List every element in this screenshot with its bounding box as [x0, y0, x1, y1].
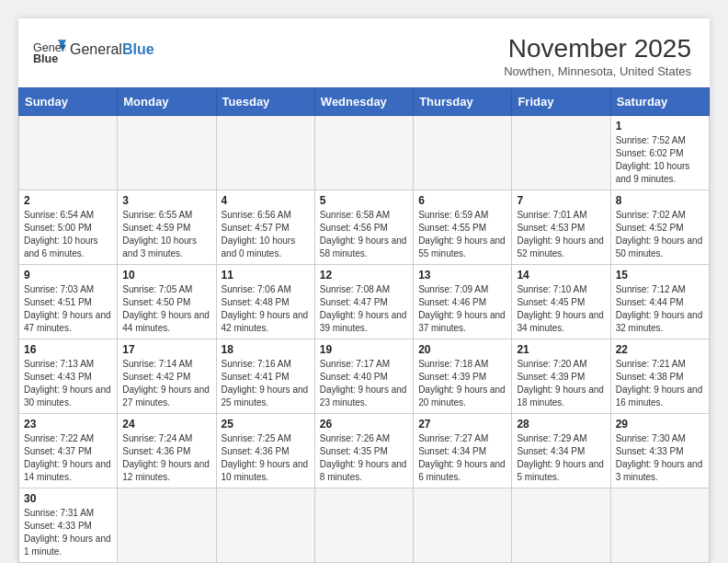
calendar-cell: 30Sunrise: 7:31 AM Sunset: 4:33 PM Dayli… [19, 488, 118, 562]
day-info: Sunrise: 7:01 AM Sunset: 4:53 PM Dayligh… [517, 209, 605, 260]
day-number: 22 [616, 343, 704, 356]
day-number: 27 [418, 418, 506, 431]
calendar-cell [414, 488, 512, 562]
day-info: Sunrise: 7:20 AM Sunset: 4:39 PM Dayligh… [517, 358, 605, 409]
calendar-cell: 23Sunrise: 7:22 AM Sunset: 4:37 PM Dayli… [19, 413, 118, 488]
day-number: 13 [418, 269, 506, 282]
calendar-week-1: 2Sunrise: 6:54 AM Sunset: 5:00 PM Daylig… [19, 190, 710, 264]
day-number: 6 [418, 194, 506, 207]
calendar-cell: 19Sunrise: 7:17 AM Sunset: 4:40 PM Dayli… [314, 339, 413, 413]
calendar-cell: 1Sunrise: 7:52 AM Sunset: 6:02 PM Daylig… [610, 115, 709, 190]
logo-text-block: GeneralBlue [70, 41, 154, 58]
day-info: Sunrise: 7:16 AM Sunset: 4:41 PM Dayligh… [222, 358, 310, 409]
day-info: Sunrise: 7:27 AM Sunset: 4:34 PM Dayligh… [418, 432, 506, 484]
day-number: 20 [418, 343, 506, 356]
day-info: Sunrise: 7:05 AM Sunset: 4:50 PM Dayligh… [122, 283, 210, 335]
calendar-cell: 26Sunrise: 7:26 AM Sunset: 4:35 PM Dayli… [314, 413, 413, 488]
title-block: November 2025 Nowthen, Minnesota, United… [504, 33, 691, 78]
day-number: 8 [616, 194, 704, 207]
day-number: 30 [24, 492, 112, 505]
day-info: Sunrise: 6:56 AM Sunset: 4:57 PM Dayligh… [222, 209, 310, 260]
calendar-week-0: 1Sunrise: 7:52 AM Sunset: 6:02 PM Daylig… [19, 115, 710, 190]
calendar-cell: 20Sunrise: 7:18 AM Sunset: 4:39 PM Dayli… [414, 339, 512, 413]
day-number: 28 [517, 418, 605, 431]
day-info: Sunrise: 7:29 AM Sunset: 4:34 PM Dayligh… [517, 432, 605, 484]
day-info: Sunrise: 7:06 AM Sunset: 4:48 PM Dayligh… [222, 283, 310, 335]
logo-normal: General [70, 41, 122, 57]
day-info: Sunrise: 7:08 AM Sunset: 4:47 PM Dayligh… [320, 283, 408, 335]
day-number: 18 [222, 343, 310, 356]
col-sunday: Sunday [19, 87, 118, 115]
day-number: 4 [222, 194, 310, 207]
calendar-cell [118, 115, 216, 190]
day-number: 16 [24, 343, 112, 356]
day-number: 12 [320, 269, 408, 282]
calendar-cell: 7Sunrise: 7:01 AM Sunset: 4:53 PM Daylig… [512, 190, 610, 264]
day-info: Sunrise: 7:25 AM Sunset: 4:36 PM Dayligh… [222, 432, 310, 484]
calendar-cell [314, 115, 413, 190]
svg-text:Blue: Blue [33, 52, 58, 65]
col-monday: Monday [118, 87, 216, 115]
day-info: Sunrise: 7:22 AM Sunset: 4:37 PM Dayligh… [24, 432, 112, 484]
calendar-cell: 4Sunrise: 6:56 AM Sunset: 4:57 PM Daylig… [216, 190, 314, 264]
day-info: Sunrise: 6:59 AM Sunset: 4:55 PM Dayligh… [418, 209, 506, 260]
day-number: 17 [122, 343, 210, 356]
day-number: 2 [24, 194, 112, 207]
calendar-cell: 11Sunrise: 7:06 AM Sunset: 4:48 PM Dayli… [216, 264, 314, 339]
day-info: Sunrise: 7:03 AM Sunset: 4:51 PM Dayligh… [24, 283, 112, 335]
day-info: Sunrise: 7:09 AM Sunset: 4:46 PM Dayligh… [418, 283, 506, 335]
day-info: Sunrise: 7:13 AM Sunset: 4:43 PM Dayligh… [24, 358, 112, 409]
calendar-table: Sunday Monday Tuesday Wednesday Thursday… [18, 87, 710, 563]
col-friday: Friday [512, 87, 610, 115]
logo-icon: General Blue [33, 33, 66, 66]
calendar-cell [19, 115, 118, 190]
calendar-cell: 10Sunrise: 7:05 AM Sunset: 4:50 PM Dayli… [118, 264, 216, 339]
day-number: 23 [24, 418, 112, 431]
calendar-cell: 25Sunrise: 7:25 AM Sunset: 4:36 PM Dayli… [216, 413, 314, 488]
col-thursday: Thursday [414, 87, 512, 115]
calendar-week-3: 16Sunrise: 7:13 AM Sunset: 4:43 PM Dayli… [19, 339, 710, 413]
day-info: Sunrise: 7:12 AM Sunset: 4:44 PM Dayligh… [616, 283, 704, 335]
day-number: 7 [517, 194, 605, 207]
day-number: 29 [616, 418, 704, 431]
day-number: 26 [320, 418, 408, 431]
day-number: 10 [122, 269, 210, 282]
location: Nowthen, Minnesota, United States [504, 64, 691, 78]
month-year: November 2025 [504, 33, 691, 64]
calendar-cell: 18Sunrise: 7:16 AM Sunset: 4:41 PM Dayli… [216, 339, 314, 413]
col-saturday: Saturday [610, 87, 709, 115]
day-number: 5 [320, 194, 408, 207]
calendar-cell: 2Sunrise: 6:54 AM Sunset: 5:00 PM Daylig… [19, 190, 118, 264]
day-info: Sunrise: 7:52 AM Sunset: 6:02 PM Dayligh… [616, 134, 704, 186]
calendar-cell: 13Sunrise: 7:09 AM Sunset: 4:46 PM Dayli… [414, 264, 512, 339]
calendar-cell: 24Sunrise: 7:24 AM Sunset: 4:36 PM Dayli… [118, 413, 216, 488]
calendar-cell: 29Sunrise: 7:30 AM Sunset: 4:33 PM Dayli… [610, 413, 709, 488]
day-info: Sunrise: 6:55 AM Sunset: 4:59 PM Dayligh… [122, 209, 210, 260]
day-number: 24 [122, 418, 210, 431]
day-info: Sunrise: 6:58 AM Sunset: 4:56 PM Dayligh… [320, 209, 408, 260]
calendar-cell [610, 488, 709, 562]
calendar-cell [216, 488, 314, 562]
calendar-cell: 6Sunrise: 6:59 AM Sunset: 4:55 PM Daylig… [414, 190, 512, 264]
day-number: 11 [222, 269, 310, 282]
calendar-week-5: 30Sunrise: 7:31 AM Sunset: 4:33 PM Dayli… [19, 488, 710, 562]
calendar-cell [512, 488, 610, 562]
day-number: 1 [616, 120, 704, 132]
logo: General Blue GeneralBlue [33, 33, 154, 66]
calendar-cell: 14Sunrise: 7:10 AM Sunset: 4:45 PM Dayli… [512, 264, 610, 339]
calendar-cell: 3Sunrise: 6:55 AM Sunset: 4:59 PM Daylig… [118, 190, 216, 264]
calendar-cell [216, 115, 314, 190]
day-info: Sunrise: 7:14 AM Sunset: 4:42 PM Dayligh… [122, 358, 210, 409]
calendar-cell: 21Sunrise: 7:20 AM Sunset: 4:39 PM Dayli… [512, 339, 610, 413]
calendar-cell [118, 488, 216, 562]
col-tuesday: Tuesday [216, 87, 314, 115]
calendar-cell: 28Sunrise: 7:29 AM Sunset: 4:34 PM Dayli… [512, 413, 610, 488]
day-number: 3 [122, 194, 210, 207]
day-number: 21 [517, 343, 605, 356]
day-number: 14 [517, 269, 605, 282]
calendar-cell: 22Sunrise: 7:21 AM Sunset: 4:38 PM Dayli… [610, 339, 709, 413]
calendar-cell [512, 115, 610, 190]
day-number: 9 [24, 269, 112, 282]
day-info: Sunrise: 7:24 AM Sunset: 4:36 PM Dayligh… [122, 432, 210, 484]
day-info: Sunrise: 7:02 AM Sunset: 4:52 PM Dayligh… [616, 209, 704, 260]
